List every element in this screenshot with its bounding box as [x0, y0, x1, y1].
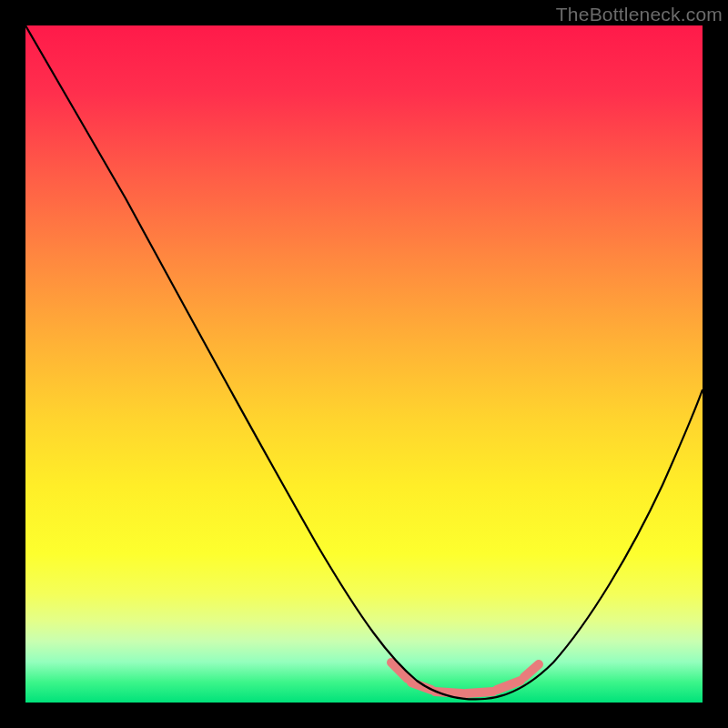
- svg-line-3: [466, 692, 493, 693]
- svg-line-4: [497, 681, 521, 690]
- main-curve: [25, 25, 703, 699]
- curve-svg: [25, 25, 703, 703]
- chart-frame: TheBottleneck.com: [0, 0, 728, 728]
- watermark-text: TheBottleneck.com: [556, 4, 723, 25]
- plot-area: [25, 25, 703, 703]
- svg-line-5: [524, 664, 539, 677]
